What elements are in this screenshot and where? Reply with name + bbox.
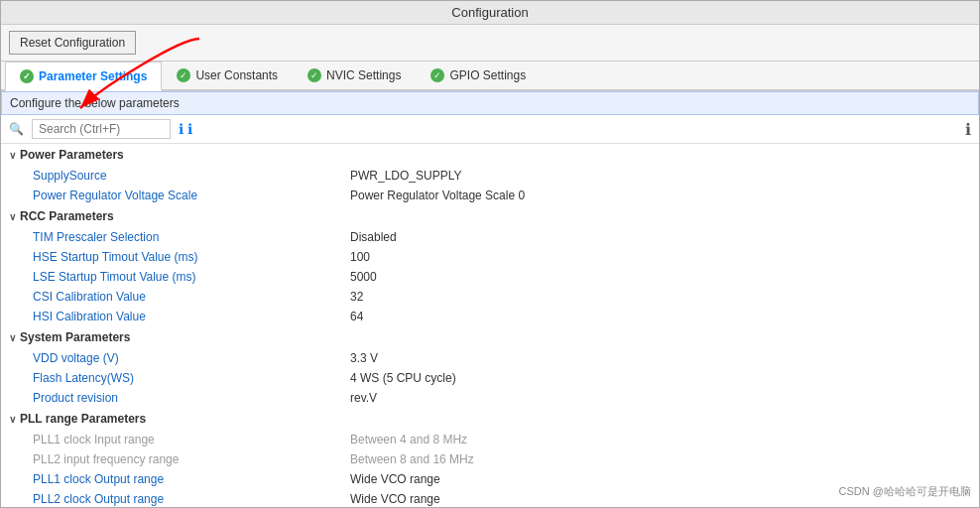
param-name: VDD voltage (V) bbox=[33, 351, 350, 365]
param-name: LSE Startup Timout Value (ms) bbox=[33, 270, 350, 284]
param-value: 100 bbox=[350, 250, 370, 264]
param-row: Product revisionrev.V bbox=[1, 388, 979, 408]
param-value: 4 WS (5 CPU cycle) bbox=[350, 371, 456, 385]
param-value: Between 4 and 8 MHz bbox=[350, 433, 467, 446]
tab-label: User Constants bbox=[195, 68, 278, 82]
param-name: HSI Calibration Value bbox=[33, 310, 350, 323]
section-label: RCC Parameters bbox=[20, 209, 114, 223]
param-name: PLL1 clock Output range bbox=[33, 472, 350, 486]
param-row: PLL2 input frequency rangeBetween 8 and … bbox=[1, 449, 979, 469]
param-name: HSE Startup Timout Value (ms) bbox=[33, 250, 350, 264]
reset-configuration-button[interactable]: Reset Configuration bbox=[9, 31, 136, 55]
param-row: VDD voltage (V)3.3 V bbox=[1, 348, 979, 368]
tab-check-icon: ✓ bbox=[20, 69, 34, 83]
info-icon[interactable]: ℹ bbox=[965, 120, 971, 139]
tab-gpio-settings[interactable]: ✓GPIO Settings bbox=[416, 62, 541, 89]
param-name: Product revision bbox=[33, 391, 350, 405]
param-name: TIM Prescaler Selection bbox=[33, 230, 350, 244]
tabs-row: ✓Parameter Settings✓User Constants✓NVIC … bbox=[1, 62, 979, 91]
param-value: Between 8 and 16 MHz bbox=[350, 452, 474, 466]
watermark: CSDN @哈哈哈可是开电脑 bbox=[839, 484, 971, 499]
section-label: Power Parameters bbox=[20, 148, 124, 162]
tab-check-icon: ✓ bbox=[177, 68, 190, 82]
param-row: PLL1 clock Output rangeWide VCO range bbox=[1, 469, 979, 489]
tab-check-icon: ✓ bbox=[307, 68, 321, 82]
search-input[interactable] bbox=[32, 119, 171, 139]
search-icon: 🔍 bbox=[9, 122, 24, 136]
content-area: ∨Power ParametersSupplySourcePWR_LDO_SUP… bbox=[1, 144, 979, 507]
nav-next-icon[interactable]: ℹ bbox=[187, 121, 192, 137]
tab-label: NVIC Settings bbox=[326, 68, 401, 82]
param-row: HSI Calibration Value64 bbox=[1, 307, 979, 326]
param-row: PLL1 clock Input rangeBetween 4 and 8 MH… bbox=[1, 430, 979, 449]
param-value: 5000 bbox=[350, 270, 377, 284]
param-row: CSI Calibration Value32 bbox=[1, 287, 979, 307]
param-row: PLL2 clock Output rangeWide VCO range bbox=[1, 489, 979, 507]
param-row: SupplySourcePWR_LDO_SUPPLY bbox=[1, 166, 979, 186]
chevron-icon: ∨ bbox=[9, 332, 16, 343]
chevron-icon: ∨ bbox=[9, 211, 16, 222]
param-name: CSI Calibration Value bbox=[33, 290, 350, 304]
tab-label: Parameter Settings bbox=[39, 69, 147, 83]
nav-prev-icon[interactable]: ℹ bbox=[179, 121, 184, 137]
param-value: Wide VCO range bbox=[350, 472, 440, 486]
param-row: LSE Startup Timout Value (ms)5000 bbox=[1, 267, 979, 287]
tab-nvic-settings[interactable]: ✓NVIC Settings bbox=[293, 62, 416, 89]
param-name: Flash Latency(WS) bbox=[33, 371, 350, 385]
section-label: System Parameters bbox=[20, 330, 130, 344]
tab-label: GPIO Settings bbox=[449, 68, 526, 82]
param-value: Wide VCO range bbox=[350, 492, 440, 506]
param-name: PLL1 clock Input range bbox=[33, 433, 350, 446]
param-row: Power Regulator Voltage ScalePower Regul… bbox=[1, 186, 979, 205]
param-value: PWR_LDO_SUPPLY bbox=[350, 169, 461, 183]
param-value: rev.V bbox=[350, 391, 377, 405]
nav-arrows: ℹ ℹ bbox=[179, 121, 192, 137]
tab-parameter-settings[interactable]: ✓Parameter Settings bbox=[5, 62, 162, 91]
section-header-system-parameters[interactable]: ∨System Parameters bbox=[1, 326, 979, 348]
toolbar: Reset Configuration bbox=[1, 25, 979, 62]
param-row: HSE Startup Timout Value (ms)100 bbox=[1, 247, 979, 267]
configure-bar: Configure the below parameters bbox=[1, 91, 979, 115]
tab-user-constants[interactable]: ✓User Constants bbox=[162, 62, 293, 89]
param-name: SupplySource bbox=[33, 169, 350, 183]
chevron-icon: ∨ bbox=[9, 150, 16, 161]
param-value: 3.3 V bbox=[350, 351, 378, 365]
param-value: Disabled bbox=[350, 230, 397, 244]
section-header-pll-range-parameters[interactable]: ∨PLL range Parameters bbox=[1, 408, 979, 430]
section-label: PLL range Parameters bbox=[20, 412, 146, 426]
chevron-icon: ∨ bbox=[9, 414, 16, 425]
search-row: 🔍 ℹ ℹ ℹ bbox=[1, 115, 979, 144]
param-row: TIM Prescaler SelectionDisabled bbox=[1, 227, 979, 247]
param-value: 64 bbox=[350, 310, 363, 323]
tab-check-icon: ✓ bbox=[430, 68, 444, 82]
param-name: Power Regulator Voltage Scale bbox=[33, 189, 350, 202]
param-value: 32 bbox=[350, 290, 363, 304]
param-value: Power Regulator Voltage Scale 0 bbox=[350, 189, 525, 202]
param-name: PLL2 input frequency range bbox=[33, 452, 350, 466]
section-header-power-parameters[interactable]: ∨Power Parameters bbox=[1, 144, 979, 166]
param-name: PLL2 clock Output range bbox=[33, 492, 350, 506]
title-bar: Configuration bbox=[1, 1, 979, 25]
param-row: Flash Latency(WS)4 WS (5 CPU cycle) bbox=[1, 368, 979, 388]
section-header-rcc-parameters[interactable]: ∨RCC Parameters bbox=[1, 205, 979, 227]
window-title: Configuration bbox=[451, 5, 528, 20]
